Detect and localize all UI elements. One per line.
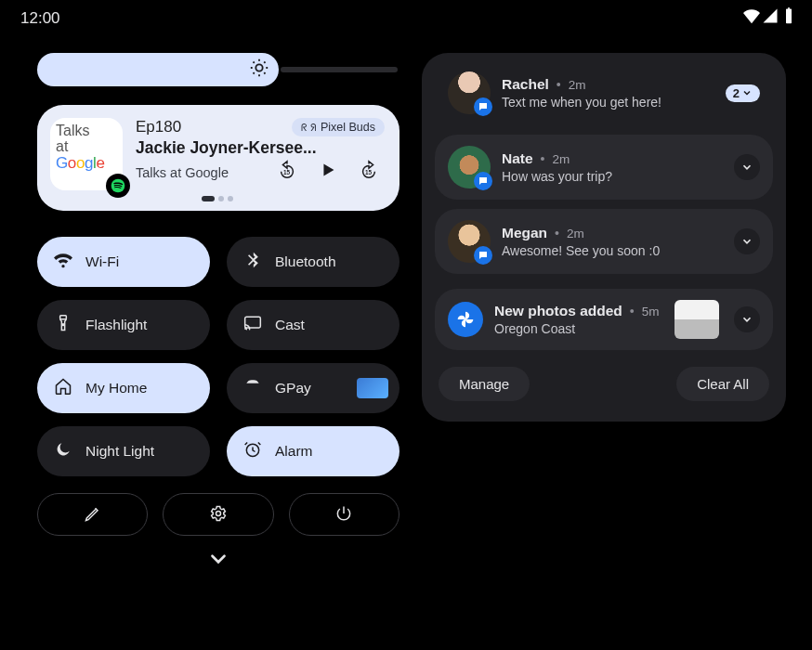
notification-time: 2m	[569, 78, 586, 92]
sender-name: Megan	[502, 225, 547, 241]
notification-message: Text me when you get here!	[502, 95, 714, 110]
tile-label: Cast	[275, 317, 305, 333]
tile-flashlight[interactable]: Flashlight	[37, 300, 210, 350]
svg-rect-4	[60, 316, 67, 319]
messages-app-icon	[474, 246, 492, 265]
cast-icon	[243, 314, 262, 336]
power-icon	[334, 504, 353, 526]
svg-rect-6	[245, 317, 261, 328]
notification-subtitle: Oregon Coast	[494, 321, 663, 336]
messages-app-icon	[474, 98, 492, 116]
avatar	[448, 220, 491, 263]
tile-wifi[interactable]: Wi-Fi	[37, 237, 210, 287]
photos-app-icon	[448, 302, 483, 337]
media-art: Talks at Google	[50, 118, 123, 190]
app-notification[interactable]: New photos added • 5m Oregon Coast	[435, 289, 773, 350]
forward-15-button[interactable]: 15	[359, 160, 379, 184]
avatar	[448, 72, 491, 114]
tile-label: Alarm	[275, 443, 312, 460]
expand-notification-button[interactable]	[734, 228, 760, 254]
tile-bluetooth[interactable]: Bluetooth	[227, 237, 399, 287]
power-button[interactable]	[289, 493, 399, 536]
avatar	[448, 146, 491, 188]
media-pager-dots[interactable]	[50, 196, 385, 202]
brightness-slider[interactable]	[37, 53, 398, 86]
clear-all-button[interactable]: Clear All	[676, 367, 769, 401]
card-thumbnail	[357, 378, 388, 398]
earbuds-icon: ᖇ ᖆ	[301, 122, 317, 134]
expand-shade-button[interactable]	[206, 547, 230, 575]
conversation-notification[interactable]: Rachel • 2m Text me when you get here! 2	[435, 66, 773, 125]
home-icon	[54, 377, 72, 399]
tile-label: My Home	[85, 380, 147, 396]
clock: 12:00	[20, 9, 60, 28]
quick-settings-tiles: Wi-Fi Bluetooth Flashlight Cast My Home …	[37, 237, 399, 476]
notification-time: 2m	[567, 227, 584, 240]
svg-text:15: 15	[365, 169, 373, 176]
wifi-icon	[54, 251, 72, 273]
pencil-icon	[84, 504, 102, 526]
spotify-icon	[106, 174, 130, 198]
signal-status-icon	[762, 7, 779, 29]
moon-icon	[54, 440, 72, 462]
tile-label: Night Light	[85, 443, 154, 460]
tile-nightlight[interactable]: Night Light	[37, 426, 210, 476]
notification-title: New photos added	[494, 303, 622, 319]
svg-point-9	[216, 511, 220, 515]
svg-text:15: 15	[283, 169, 291, 176]
expand-notification-button[interactable]	[734, 154, 760, 180]
sender-name: Nate	[502, 150, 533, 167]
messages-app-icon	[474, 172, 492, 190]
svg-point-7	[244, 328, 246, 330]
tile-cast[interactable]: Cast	[227, 300, 399, 350]
media-subtitle: Talks at Google	[136, 165, 229, 180]
tile-label: Flashlight	[85, 317, 147, 333]
tile-label: Bluetooth	[275, 254, 336, 270]
media-episode: Ep180	[136, 118, 181, 136]
conversation-notification[interactable]: Nate • 2m How was your trip?	[435, 135, 773, 200]
alarm-icon	[243, 440, 262, 462]
gear-icon	[209, 504, 228, 526]
svg-point-0	[255, 64, 262, 71]
battery-status-icon	[780, 7, 797, 29]
notification-time: 5m	[642, 305, 660, 318]
tile-gpay[interactable]: GPay	[227, 363, 399, 413]
brightness-icon	[249, 58, 269, 82]
play-button[interactable]	[318, 160, 338, 184]
notification-message: How was your trip?	[502, 169, 723, 184]
settings-button[interactable]	[163, 493, 273, 536]
gpay-icon	[243, 377, 262, 399]
bluetooth-icon	[243, 251, 262, 273]
notification-panel: Rachel • 2m Text me when you get here! 2	[422, 53, 786, 422]
media-card[interactable]: Talks at Google Ep180 ᖇ ᖆ Pixel Buds	[37, 105, 399, 211]
svg-point-5	[62, 324, 64, 326]
photo-thumbnail	[674, 300, 719, 339]
media-title: Jackie Joyner-Kersee...	[136, 138, 385, 158]
tile-label: GPay	[275, 380, 311, 396]
notification-time: 2m	[553, 152, 570, 166]
edit-tiles-button[interactable]	[37, 493, 148, 536]
conversation-notification[interactable]: Megan • 2m Awesome! See you soon :0	[435, 209, 773, 274]
expand-notification-button[interactable]	[734, 306, 760, 332]
sender-name: Rachel	[502, 76, 549, 93]
flashlight-icon	[54, 314, 72, 336]
tile-alarm[interactable]: Alarm	[227, 426, 399, 476]
notification-count-chip[interactable]: 2	[726, 84, 760, 102]
tile-home[interactable]: My Home	[37, 363, 210, 413]
status-bar: 12:00	[0, 0, 812, 34]
manage-notifications-button[interactable]: Manage	[439, 367, 530, 401]
tile-label: Wi-Fi	[85, 254, 119, 270]
output-device-chip[interactable]: ᖇ ᖆ Pixel Buds	[292, 118, 385, 136]
wifi-status-icon	[743, 7, 760, 29]
notification-message: Awesome! See you soon :0	[502, 243, 723, 258]
rewind-15-button[interactable]: 15	[277, 160, 297, 184]
